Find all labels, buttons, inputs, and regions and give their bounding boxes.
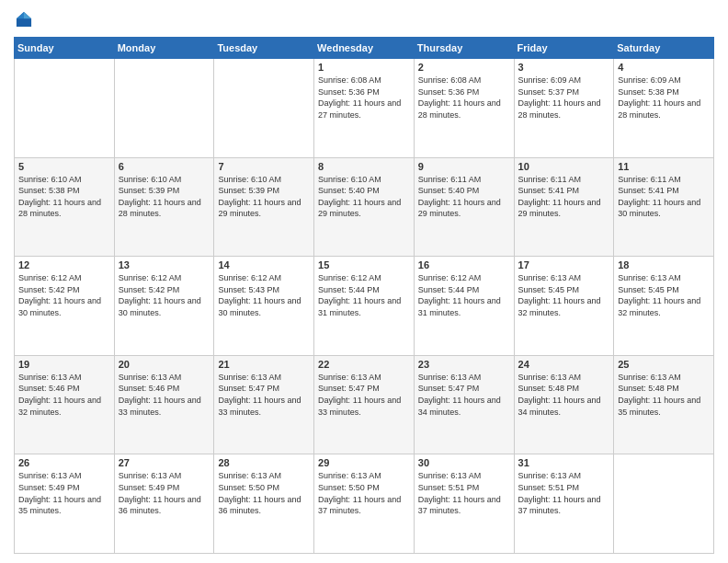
calendar-week-2: 5Sunrise: 6:10 AMSunset: 5:38 PMDaylight… <box>15 157 714 257</box>
day-info: Sunrise: 6:13 AMSunset: 5:50 PMDaylight:… <box>218 470 310 516</box>
day-info: Sunrise: 6:11 AMSunset: 5:41 PMDaylight:… <box>618 174 710 220</box>
calendar-week-5: 26Sunrise: 6:13 AMSunset: 5:49 PMDayligh… <box>15 454 714 554</box>
day-number: 23 <box>418 359 510 370</box>
day-number: 27 <box>119 457 210 468</box>
weekday-header-row: SundayMondayTuesdayWednesdayThursdayFrid… <box>15 38 714 59</box>
day-number: 14 <box>218 259 310 270</box>
calendar-cell: 1Sunrise: 6:08 AMSunset: 5:36 PMDaylight… <box>314 59 415 158</box>
day-number: 25 <box>618 359 710 370</box>
weekday-header-wednesday: Wednesday <box>314 38 415 59</box>
day-info: Sunrise: 6:10 AMSunset: 5:39 PMDaylight:… <box>119 174 210 220</box>
calendar-cell: 25Sunrise: 6:13 AMSunset: 5:48 PMDayligh… <box>614 355 714 454</box>
day-number: 9 <box>418 161 510 172</box>
day-number: 13 <box>119 259 210 270</box>
day-info: Sunrise: 6:13 AMSunset: 5:45 PMDaylight:… <box>618 272 710 318</box>
calendar-cell: 13Sunrise: 6:12 AMSunset: 5:42 PMDayligh… <box>114 257 214 356</box>
day-info: Sunrise: 6:09 AMSunset: 5:37 PMDaylight:… <box>518 75 610 121</box>
calendar-cell: 14Sunrise: 6:12 AMSunset: 5:43 PMDayligh… <box>214 257 314 356</box>
calendar-cell: 7Sunrise: 6:10 AMSunset: 5:39 PMDaylight… <box>214 157 314 257</box>
calendar-cell: 16Sunrise: 6:12 AMSunset: 5:44 PMDayligh… <box>414 257 514 356</box>
day-info: Sunrise: 6:12 AMSunset: 5:43 PMDaylight:… <box>218 272 310 318</box>
day-info: Sunrise: 6:13 AMSunset: 5:45 PMDaylight:… <box>518 272 610 318</box>
day-number: 28 <box>218 457 310 468</box>
day-info: Sunrise: 6:13 AMSunset: 5:51 PMDaylight:… <box>518 470 610 516</box>
calendar-cell: 11Sunrise: 6:11 AMSunset: 5:41 PMDayligh… <box>614 157 714 257</box>
page: SundayMondayTuesdayWednesdayThursdayFrid… <box>0 0 728 563</box>
calendar-cell: 3Sunrise: 6:09 AMSunset: 5:37 PMDaylight… <box>514 59 614 158</box>
day-number: 6 <box>119 161 210 172</box>
day-number: 21 <box>218 359 310 370</box>
day-number: 11 <box>618 161 710 172</box>
day-number: 31 <box>518 457 610 468</box>
day-number: 18 <box>618 259 710 270</box>
day-info: Sunrise: 6:12 AMSunset: 5:44 PMDaylight:… <box>418 272 510 318</box>
day-info: Sunrise: 6:09 AMSunset: 5:38 PMDaylight:… <box>618 75 710 121</box>
calendar-cell: 4Sunrise: 6:09 AMSunset: 5:38 PMDaylight… <box>614 59 714 158</box>
day-info: Sunrise: 6:10 AMSunset: 5:40 PMDaylight:… <box>318 174 410 220</box>
calendar-cell: 20Sunrise: 6:13 AMSunset: 5:46 PMDayligh… <box>114 355 214 454</box>
day-number: 7 <box>218 161 310 172</box>
day-info: Sunrise: 6:10 AMSunset: 5:39 PMDaylight:… <box>218 174 310 220</box>
day-number: 17 <box>518 259 610 270</box>
day-info: Sunrise: 6:12 AMSunset: 5:44 PMDaylight:… <box>318 272 410 318</box>
calendar-cell: 31Sunrise: 6:13 AMSunset: 5:51 PMDayligh… <box>514 454 614 554</box>
day-number: 10 <box>518 161 610 172</box>
calendar-cell: 17Sunrise: 6:13 AMSunset: 5:45 PMDayligh… <box>514 257 614 356</box>
calendar-cell <box>214 59 314 158</box>
day-number: 22 <box>318 359 410 370</box>
calendar-cell: 23Sunrise: 6:13 AMSunset: 5:47 PMDayligh… <box>414 355 514 454</box>
day-info: Sunrise: 6:08 AMSunset: 5:36 PMDaylight:… <box>418 75 510 121</box>
day-info: Sunrise: 6:13 AMSunset: 5:48 PMDaylight:… <box>518 372 610 418</box>
day-number: 24 <box>518 359 610 370</box>
logo-icon <box>14 9 34 29</box>
day-info: Sunrise: 6:13 AMSunset: 5:50 PMDaylight:… <box>318 470 410 516</box>
day-number: 20 <box>119 359 210 370</box>
day-number: 26 <box>18 457 110 468</box>
calendar-cell: 24Sunrise: 6:13 AMSunset: 5:48 PMDayligh… <box>514 355 614 454</box>
day-info: Sunrise: 6:13 AMSunset: 5:47 PMDaylight:… <box>218 372 310 418</box>
header <box>14 9 714 29</box>
weekday-header-monday: Monday <box>114 38 214 59</box>
calendar-cell: 8Sunrise: 6:10 AMSunset: 5:40 PMDaylight… <box>314 157 415 257</box>
calendar-cell: 27Sunrise: 6:13 AMSunset: 5:49 PMDayligh… <box>114 454 214 554</box>
day-info: Sunrise: 6:12 AMSunset: 5:42 PMDaylight:… <box>18 272 110 318</box>
day-number: 3 <box>518 62 610 73</box>
calendar-cell: 9Sunrise: 6:11 AMSunset: 5:40 PMDaylight… <box>414 157 514 257</box>
day-number: 29 <box>318 457 410 468</box>
calendar-cell: 5Sunrise: 6:10 AMSunset: 5:38 PMDaylight… <box>15 157 115 257</box>
day-number: 2 <box>418 62 510 73</box>
weekday-header-thursday: Thursday <box>414 38 514 59</box>
day-number: 15 <box>318 259 410 270</box>
calendar-cell: 2Sunrise: 6:08 AMSunset: 5:36 PMDaylight… <box>414 59 514 158</box>
day-info: Sunrise: 6:13 AMSunset: 5:47 PMDaylight:… <box>418 372 510 418</box>
svg-marker-2 <box>17 12 24 18</box>
calendar-cell: 26Sunrise: 6:13 AMSunset: 5:49 PMDayligh… <box>15 454 115 554</box>
day-number: 4 <box>618 62 710 73</box>
day-info: Sunrise: 6:08 AMSunset: 5:36 PMDaylight:… <box>318 75 410 121</box>
weekday-header-saturday: Saturday <box>614 38 714 59</box>
calendar-cell <box>114 59 214 158</box>
svg-marker-1 <box>24 12 31 18</box>
day-number: 16 <box>418 259 510 270</box>
day-info: Sunrise: 6:13 AMSunset: 5:49 PMDaylight:… <box>18 470 110 516</box>
calendar-cell: 6Sunrise: 6:10 AMSunset: 5:39 PMDaylight… <box>114 157 214 257</box>
calendar-cell: 29Sunrise: 6:13 AMSunset: 5:50 PMDayligh… <box>314 454 415 554</box>
day-number: 12 <box>18 259 110 270</box>
day-info: Sunrise: 6:13 AMSunset: 5:48 PMDaylight:… <box>618 372 710 418</box>
calendar-cell: 18Sunrise: 6:13 AMSunset: 5:45 PMDayligh… <box>614 257 714 356</box>
day-info: Sunrise: 6:11 AMSunset: 5:40 PMDaylight:… <box>418 174 510 220</box>
day-number: 30 <box>418 457 510 468</box>
weekday-header-tuesday: Tuesday <box>214 38 314 59</box>
day-info: Sunrise: 6:12 AMSunset: 5:42 PMDaylight:… <box>119 272 210 318</box>
day-info: Sunrise: 6:13 AMSunset: 5:46 PMDaylight:… <box>119 372 210 418</box>
weekday-header-friday: Friday <box>514 38 614 59</box>
calendar-cell <box>614 454 714 554</box>
day-info: Sunrise: 6:11 AMSunset: 5:41 PMDaylight:… <box>518 174 610 220</box>
calendar-week-3: 12Sunrise: 6:12 AMSunset: 5:42 PMDayligh… <box>15 257 714 356</box>
calendar-cell: 19Sunrise: 6:13 AMSunset: 5:46 PMDayligh… <box>15 355 115 454</box>
day-info: Sunrise: 6:13 AMSunset: 5:49 PMDaylight:… <box>119 470 210 516</box>
logo <box>14 9 36 29</box>
day-info: Sunrise: 6:13 AMSunset: 5:46 PMDaylight:… <box>18 372 110 418</box>
weekday-header-sunday: Sunday <box>15 38 115 59</box>
day-number: 1 <box>318 62 410 73</box>
